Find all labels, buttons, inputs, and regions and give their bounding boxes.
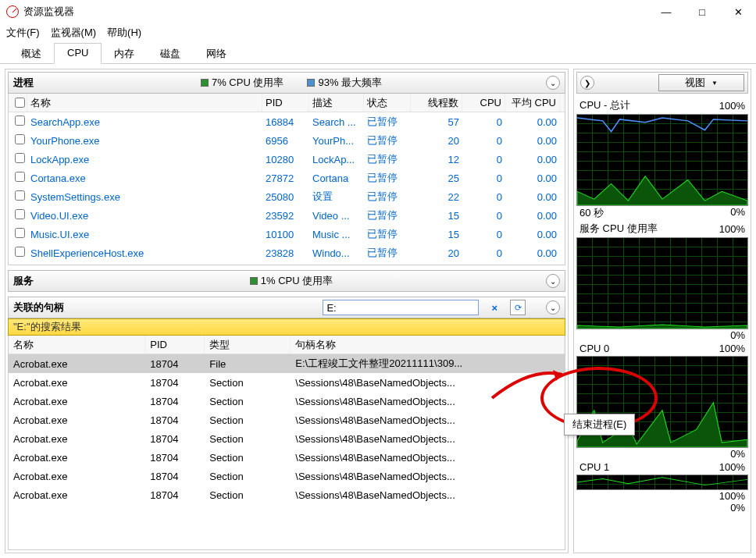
cell-cpu: 0 (462, 191, 505, 203)
collapse-right-icon[interactable]: ❯ (580, 76, 594, 90)
row-checkbox[interactable] (15, 153, 25, 163)
row-checkbox[interactable] (15, 247, 25, 257)
collapse-icon[interactable]: ⌄ (546, 300, 560, 315)
cell-desc: Video ... (309, 210, 364, 222)
hcol-handle-name[interactable]: 句柄名称 (291, 336, 565, 354)
table-row[interactable]: Acrobat.exe 18704 Section \Sessions\48\B… (9, 448, 565, 467)
cell-status: 已暂停 (364, 246, 411, 260)
minimize-button[interactable]: — (648, 0, 684, 23)
cell-type: Section (205, 452, 291, 464)
search-results-bar: "E:"的搜索结果 (8, 318, 565, 336)
col-pid[interactable]: PID (262, 94, 309, 112)
col-status[interactable]: 状态 (364, 94, 411, 112)
handle-search-input[interactable] (323, 300, 479, 315)
table-row[interactable]: Acrobat.exe 18704 Section \Sessions\48\B… (9, 485, 565, 504)
handle-table: 名称 PID 类型 句柄名称 Acrobat.exe 18704 File E:… (8, 336, 565, 550)
expand-icon[interactable]: ⌄ (546, 274, 560, 288)
select-all-checkbox[interactable] (15, 98, 25, 108)
process-header[interactable]: 进程 7% CPU 使用率 93% 最大频率 ⌄ (8, 72, 565, 94)
services-header[interactable]: 服务 1% CPU 使用率 ⌄ (8, 270, 565, 292)
chart-title: 服务 CPU 使用率 (579, 222, 658, 236)
cell-pid: 10100 (262, 229, 309, 240)
cell-status: 已暂停 (364, 190, 411, 204)
table-row[interactable]: Acrobat.exe 18704 File E:\工程竣工文件整理202111… (9, 354, 565, 373)
clear-search-button[interactable]: × (491, 302, 497, 314)
chart-max: 100% (719, 461, 745, 473)
cell-threads: 20 (411, 135, 462, 147)
row-checkbox[interactable] (15, 209, 25, 219)
row-checkbox[interactable] (15, 116, 25, 126)
col-avg-cpu[interactable]: 平均 CPU (505, 94, 560, 112)
green-box-icon (201, 79, 209, 87)
table-row[interactable]: Acrobat.exe 18704 Section \Sessions\48\B… (9, 429, 565, 448)
process-title: 进程 (13, 76, 52, 90)
cell-handle: \Sessions\48\BaseNamedObjects... (291, 396, 565, 407)
col-cpu[interactable]: CPU (462, 94, 505, 112)
table-row[interactable]: SearchApp.exe 16884 Search ... 已暂停 57 0 … (9, 112, 565, 131)
menu-file[interactable]: 文件(F) (6, 26, 40, 40)
col-threads[interactable]: 线程数 (411, 94, 462, 112)
maximize-button[interactable]: □ (684, 0, 720, 23)
chart-title: CPU - 总计 (579, 98, 630, 112)
close-button[interactable]: ✕ (720, 0, 756, 23)
tab-overview[interactable]: 概述 (8, 43, 55, 64)
cell-name: Acrobat.exe (9, 396, 145, 407)
table-row[interactable]: SystemSettings.exe 25080 设置 已暂停 22 0 0.0… (9, 187, 565, 206)
cell-avg: 0.00 (505, 210, 560, 222)
table-row[interactable]: LockApp.exe 10280 LockAp... 已暂停 12 0 0.0… (9, 150, 565, 169)
cell-desc: Windo... (309, 247, 364, 259)
col-name[interactable]: 名称 (27, 94, 262, 112)
titlebar: 资源监视器 — □ ✕ (0, 0, 756, 23)
table-row[interactable]: Acrobat.exe 18704 Section \Sessions\48\B… (9, 467, 565, 485)
table-row[interactable]: ShellExperienceHost.exe 23828 Windo... 已… (9, 243, 565, 262)
cell-name: Music.UI.exe (27, 229, 262, 240)
chart-footer-right: 0% (730, 448, 745, 460)
refresh-button[interactable]: ⟳ (510, 300, 526, 315)
tab-disk[interactable]: 磁盘 (147, 43, 194, 64)
cell-pid: 18704 (145, 489, 205, 501)
tab-network[interactable]: 网络 (193, 43, 240, 64)
row-checkbox[interactable] (15, 172, 25, 182)
row-checkbox[interactable] (15, 190, 25, 201)
cell-pid: 18704 (145, 452, 205, 464)
hcol-type[interactable]: 类型 (205, 336, 291, 354)
tab-cpu[interactable]: CPU (54, 43, 102, 64)
cell-pid: 18704 (145, 358, 205, 370)
end-process-tooltip[interactable]: 结束进程(E) (564, 414, 635, 435)
cell-name: Video.UI.exe (27, 210, 262, 222)
chart-title: CPU 0 (579, 343, 609, 354)
row-checkbox[interactable] (15, 134, 25, 144)
table-row[interactable]: Acrobat.exe 18704 Section \Sessions\48\B… (9, 411, 565, 429)
view-button[interactable]: 视图 (658, 74, 744, 91)
cell-desc: Music ... (309, 229, 364, 240)
cell-name: ShellExperienceHost.exe (27, 247, 262, 259)
table-row[interactable]: Acrobat.exe 18704 Section \Sessions\48\B… (9, 392, 565, 411)
cell-pid: 25080 (262, 191, 309, 203)
cell-name: SystemSettings.exe (27, 191, 262, 203)
tab-memory[interactable]: 内存 (101, 43, 148, 64)
menu-monitor[interactable]: 监视器(M) (51, 26, 97, 40)
table-row[interactable]: Acrobat.exe 18704 Section \Sessions\48\B… (9, 373, 565, 392)
max-freq-stat: 93% 最大频率 (307, 76, 382, 90)
hcol-name[interactable]: 名称 (9, 336, 145, 354)
chart-graph (576, 114, 748, 206)
chart-max: 100% (719, 100, 745, 112)
hcol-pid[interactable]: PID (145, 336, 205, 354)
table-row[interactable]: Video.UI.exe 23592 Video ... 已暂停 15 0 0.… (9, 206, 565, 225)
table-row[interactable]: Music.UI.exe 10100 Music ... 已暂停 15 0 0.… (9, 225, 565, 243)
cell-status: 已暂停 (364, 115, 411, 129)
table-row[interactable]: Cortana.exe 27872 Cortana 已暂停 25 0 0.00 (9, 169, 565, 187)
row-checkbox[interactable] (15, 228, 25, 238)
cell-status: 已暂停 (364, 133, 411, 147)
handle-table-header: 名称 PID 类型 句柄名称 (9, 336, 565, 354)
col-desc[interactable]: 描述 (309, 94, 364, 112)
chart-footer-right: 0% (730, 206, 745, 220)
table-row[interactable]: YourPhone.exe 6956 YourPh... 已暂停 20 0 0.… (9, 131, 565, 150)
menu-help[interactable]: 帮助(H) (107, 26, 141, 40)
cell-name: Acrobat.exe (9, 452, 145, 464)
cell-status: 已暂停 (364, 227, 411, 241)
collapse-icon[interactable]: ⌄ (546, 76, 560, 90)
cell-desc: Cortana (309, 172, 364, 184)
cell-handle: E:\工程竣工文件整理20211111\309... (291, 357, 565, 371)
chart-block: CPU 0 100% 0% (576, 341, 748, 460)
